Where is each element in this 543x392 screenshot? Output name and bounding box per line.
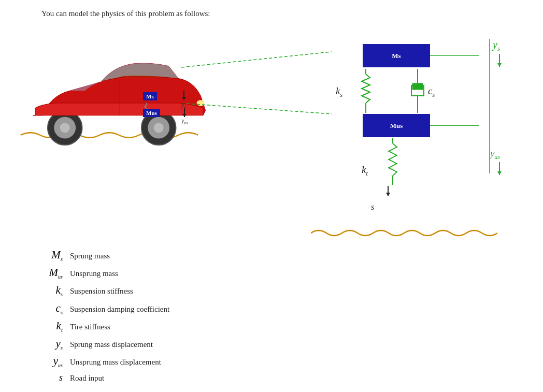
diagram-right-line <box>489 39 490 173</box>
road-wavy-svg <box>311 225 497 241</box>
svg-point-8 <box>197 100 205 106</box>
legend-row-yus: yus Unsprung mass displacement <box>28 355 391 368</box>
legend-row-mus: Mus Unsprung mass <box>28 266 391 280</box>
label-cs: cs <box>428 85 435 99</box>
legend-desc-ms: Sprung mass <box>70 252 110 260</box>
svg-point-7 <box>154 123 164 133</box>
diagram-ms-label: Ms <box>392 52 401 60</box>
svg-rect-13 <box>412 83 423 90</box>
svg-point-4 <box>60 123 70 133</box>
legend-symbol-kt: kt <box>28 320 70 333</box>
legend-row-s: s Road input <box>28 372 391 383</box>
legend-symbol-cs: cs <box>28 302 70 315</box>
legend-row-cs: cs Suspension damping coefficient <box>28 302 391 315</box>
intro-text: You can model the physics of this proble… <box>41 9 210 18</box>
car-yus-arrow: yus <box>181 108 188 125</box>
car-yus-text: yus <box>181 117 188 125</box>
legend-row-ms: Ms Sprung mass <box>28 249 391 262</box>
label-ks: ks <box>336 85 342 99</box>
diag-yus-arrow: yus <box>490 148 500 175</box>
car-mus-label: Mus <box>143 109 160 117</box>
legend-symbol-yus: yus <box>28 355 70 368</box>
legend-symbol-mus: Mus <box>28 266 70 280</box>
legend-desc-kt: Tire stiffness <box>70 323 110 331</box>
diag-ys-arrow: ys <box>493 39 500 67</box>
car-illustration: Ms Mus ys yus <box>16 31 233 186</box>
spring-ks-svg <box>361 69 371 113</box>
legend-desc-ks: Suspension stiffness <box>70 287 133 296</box>
legend-desc-cs: Suspension damping coefficient <box>70 305 169 314</box>
car-svg <box>16 31 223 155</box>
legend-desc-yus: Unsprung mass displacement <box>70 358 161 367</box>
legend-desc-ys: Sprung mass displacement <box>70 340 153 349</box>
legend-symbol-ms: Ms <box>28 249 70 262</box>
diagram-ms-box: Ms <box>363 44 430 67</box>
diagram-mus-label: Mus <box>390 122 403 130</box>
car-ms-label: Ms <box>143 92 157 100</box>
physics-diagram: Ms Mus ks cs kt s <box>311 28 508 246</box>
car-ys-arrow: ys <box>181 91 186 109</box>
legend-row-ks: ks Suspension stiffness <box>28 284 391 297</box>
label-s: s <box>371 202 374 212</box>
legend-symbol-s: s <box>28 372 70 383</box>
diagram-mus-box: Mus <box>363 114 430 137</box>
legend-row-kt: kt Tire stiffness <box>28 320 391 333</box>
s-down-arrow <box>388 186 389 196</box>
diagram-hline-mid <box>430 125 479 126</box>
label-kt: kt <box>362 164 368 178</box>
legend: Ms Sprung mass Mus Unsprung mass ks Susp… <box>28 249 391 387</box>
spring-kt-svg <box>388 138 398 185</box>
diagram-hline-top <box>430 55 479 56</box>
legend-symbol-ks: ks <box>28 284 70 297</box>
legend-symbol-ys: ys <box>28 337 70 351</box>
car-ys-arrow-line <box>183 91 184 100</box>
car-yus-arrow-line <box>184 108 185 117</box>
legend-desc-s: Road input <box>70 374 104 383</box>
legend-row-ys: ys Sprung mass displacement <box>28 337 391 351</box>
legend-desc-mus: Unsprung mass <box>70 269 118 278</box>
damper-cs-svg <box>410 69 425 113</box>
